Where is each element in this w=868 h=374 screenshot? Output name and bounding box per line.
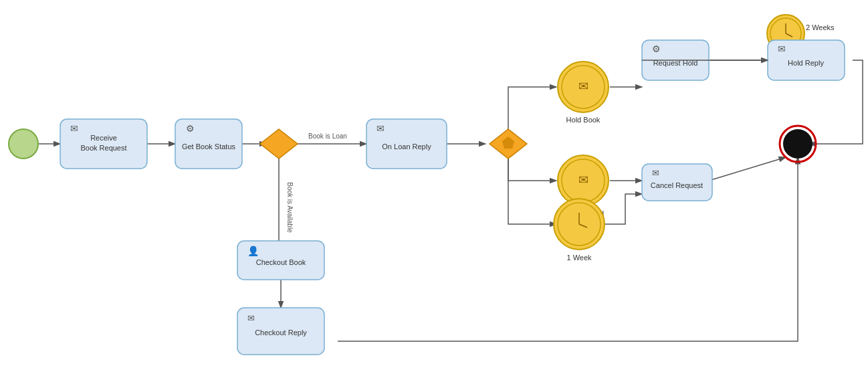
hold-book-label: Hold Book [566, 116, 601, 124]
arrow-gw2-holdbook [508, 87, 556, 132]
envelope-icon-holdreply: ✉ [778, 43, 786, 54]
envelope-icon-holdbook: ✉ [578, 80, 588, 93]
on-loan-reply-label: On Loan Reply [382, 143, 431, 151]
label-book-available: Book is Available [286, 182, 294, 233]
arrow-gw2-declinehold [508, 156, 556, 181]
label-book-is-loan: Book is Loan [308, 132, 347, 140]
envelope-icon-receive: ✉ [70, 123, 78, 134]
get-book-status-label: Get Book Status [182, 143, 236, 151]
receive-book-request-label2: Book Request [80, 144, 126, 152]
gateway1 [260, 129, 298, 159]
timer-1week-label: 1 Week [566, 254, 592, 262]
cancel-request-label: Cancel Request [651, 181, 703, 189]
start-event [9, 129, 38, 159]
gear-icon-requesthold: ⚙ [652, 43, 661, 54]
two-weeks-label: 2 Weeks [806, 23, 835, 31]
arrow-timer-cancelrequest [602, 194, 642, 224]
envelope-icon-cancelrequest: ✉ [652, 168, 659, 178]
envelope-icon-declinehold: ✉ [578, 173, 588, 187]
user-icon-checkoutbook: 👤 [247, 246, 259, 257]
arrow-gw2-timer1week [508, 156, 556, 224]
envelope-icon-checkoutreply: ✉ [247, 313, 255, 323]
checkout-reply-label: Checkout Reply [255, 329, 307, 337]
receive-book-request-label: Receive [90, 134, 117, 142]
arrow-cancelrequest-end [709, 157, 786, 181]
envelope-icon-onloan: ✉ [376, 123, 385, 134]
hold-reply-label: Hold Reply [788, 59, 824, 67]
end-event-inner [783, 129, 812, 159]
gear-icon-getbookstatus: ⚙ [186, 123, 195, 134]
checkout-book-label: Checkout Book [256, 258, 306, 266]
